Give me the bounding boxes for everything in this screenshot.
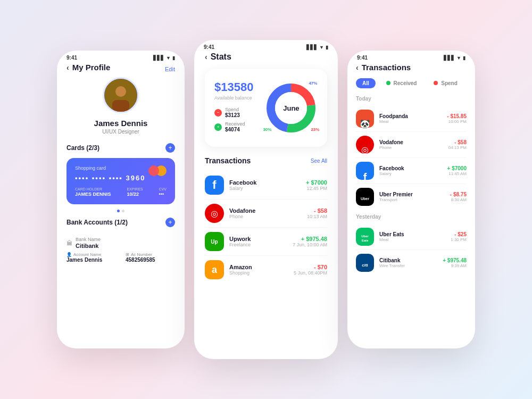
stats-title: Stats <box>211 52 231 62</box>
tx3-time: 8:30 AM <box>450 197 467 202</box>
ac-number-label: ⊞ Ac Number <box>126 252 175 257</box>
tx3-sub: Meal <box>379 119 442 124</box>
tx-icon-vodafone: ◎ <box>205 204 224 223</box>
tx3-icon-facebook: f <box>356 162 374 180</box>
status-icons-3: ▋▋▋ ▼ ▮ <box>444 55 466 61</box>
transactions-back-title[interactable]: ‹ Transactions <box>347 63 475 72</box>
spend-dot: − <box>214 109 222 117</box>
tx3-info: Facebook Salary <box>379 165 442 176</box>
tx3-info: Citibank Wire Transfer <box>379 257 437 268</box>
back-title-1[interactable]: ‹ My Profile <box>66 63 110 72</box>
filter-spend[interactable]: Spend <box>427 78 463 88</box>
tx3-amount-col: - $25 1:30 PM <box>451 231 467 242</box>
bank-name-block: Bank Name Citibank <box>76 237 101 249</box>
today-transactions: 🐼 Foodpanda Meal - $15.85 10:00 PM ◎ Vod… <box>356 106 467 210</box>
tx-time: 10:13 AM <box>307 214 327 219</box>
avatar <box>103 77 139 113</box>
card-cvv-block: CVV ••• <box>159 187 167 197</box>
tx3-amount-col: - $58 04:13 PM <box>448 139 467 150</box>
tx3-sub: Salary <box>379 171 442 176</box>
filter-all[interactable]: All <box>356 78 376 88</box>
tx-icon-facebook: f <box>205 176 224 195</box>
stats-back-title[interactable]: ‹ Stats <box>194 52 338 62</box>
tx3-name: Facebook <box>379 165 442 171</box>
bank-account: 🏛 Bank Name Citibank 👤 Account Name Jame… <box>66 232 175 267</box>
tx3-info: Vodafone Phone <box>379 139 443 150</box>
back-arrow-2[interactable]: ‹ <box>205 53 207 61</box>
tx-info: Vodafone Phone <box>229 207 302 219</box>
tx-sub: Phone <box>229 214 302 219</box>
card-holder-value: JAMES DENNIS <box>75 192 111 197</box>
tx3-item: f Facebook Salary + $7000 11:45 AM <box>356 158 467 184</box>
signal-icon-2: ▋▋▋ <box>306 45 318 50</box>
tx-sub: Freelance <box>229 242 287 247</box>
account-name-block: 👤 Account Name James Dennis <box>66 252 116 263</box>
tx-name: Facebook <box>229 179 301 186</box>
tx3-amount-col: - $15.85 10:00 PM <box>447 113 467 124</box>
spend-label: Spend <box>225 107 240 112</box>
tx3-sub: Wire Transfer <box>379 263 437 268</box>
phone-profile: 9:41 ▋▋▋ ▼ ▮ ‹ My Profile Edit James Den… <box>57 51 185 348</box>
tx-time: 7 Jun, 10:00 AM <box>293 242 327 247</box>
see-all-button[interactable]: See All <box>311 158 327 164</box>
pct-green: 30% <box>263 127 271 132</box>
yesterday-transactions: Uber Eats Uber Eats Meal - $25 1:30 PM c… <box>356 224 467 276</box>
transactions-header: Transactions See All <box>205 156 327 165</box>
card-dot-1 <box>117 210 120 212</box>
filter-received[interactable]: Received <box>380 78 423 88</box>
back-arrow-1[interactable]: ‹ <box>66 63 69 72</box>
cards-section-header: Cards (2/3) + <box>66 143 175 153</box>
profile-name: James Dennis <box>94 119 148 128</box>
bank-card[interactable]: Shopping card •••• •••• •••• 3960 CARD H… <box>66 158 175 204</box>
tx3-item: citi Citibank Wire Transfer + $975.48 9:… <box>356 250 467 276</box>
tx-amount: - $70 <box>294 264 327 270</box>
tx3-item: ◎ Vodafone Phone - $58 04:13 PM <box>356 132 467 158</box>
mc-red-circle <box>148 165 159 176</box>
tx-icon-upwork: Up <box>205 232 224 251</box>
transaction-item: a Amazon Shopping - $70 5 Jun, 08:40PM <box>205 256 327 284</box>
tx3-name: Citibank <box>379 257 437 263</box>
card-cvv-label: CVV <box>159 187 167 191</box>
tx3-amount: + $7000 <box>447 165 467 171</box>
transaction-item: Up Upwork Freelance + $975.48 7 Jun, 10:… <box>205 228 327 256</box>
received-block: Received $4074 <box>225 121 245 132</box>
tx-sub: Salary <box>229 186 301 191</box>
battery-icon-3: ▮ <box>463 55 466 61</box>
tx3-amount-col: + $975.48 9:39 AM <box>443 257 467 268</box>
status-icons-1: ▋▋▋ ▼ ▮ <box>153 55 175 61</box>
account-name-value: James Dennis <box>66 257 116 263</box>
add-card-button[interactable]: + <box>165 143 175 153</box>
transaction-item: ◎ Vodafone Phone - $58 10:13 AM <box>205 200 327 228</box>
tx-amount-col: + $7000 12:45 PM <box>306 179 327 191</box>
wifi-icon-2: ▼ <box>319 45 324 50</box>
tx3-sub: Meal <box>379 237 445 242</box>
received-label: Received <box>225 121 245 127</box>
balance-label: Available balance <box>214 95 253 101</box>
card-cvv-value: ••• <box>159 192 167 197</box>
today-label: Today <box>356 96 467 102</box>
tx3-amount-col: + $7000 11:45 AM <box>447 165 467 176</box>
transactions-page-title: Transactions <box>362 63 411 72</box>
spend-block: Spend $3123 <box>225 107 240 118</box>
tx3-amount-col: - $8.75 8:30 AM <box>450 192 467 202</box>
tx3-name: Vodafone <box>379 139 443 145</box>
status-bar-3: 9:41 ▋▋▋ ▼ ▮ <box>347 51 475 63</box>
add-bank-button[interactable]: + <box>165 218 175 227</box>
card-expires-label: EXPIRES <box>127 187 143 191</box>
tx3-amount: - $8.75 <box>450 192 467 197</box>
edit-button[interactable]: Edit <box>165 66 175 72</box>
tx3-amount: - $58 <box>448 139 467 145</box>
card-top: Shopping card <box>75 165 167 174</box>
tx-info: Facebook Salary <box>229 179 301 191</box>
balance-amount: $13580 <box>214 80 253 94</box>
status-time-2: 9:41 <box>204 44 214 50</box>
back-arrow-3[interactable]: ‹ <box>356 63 359 72</box>
tx3-item: 🐼 Foodpanda Meal - $15.85 10:00 PM <box>356 106 467 132</box>
card-holder-block: CARD HOLDER JAMES DENNIS <box>75 187 111 197</box>
tx-amount-col: + $975.48 7 Jun, 10:00 AM <box>293 236 327 247</box>
bank-name-value: Citibank <box>76 243 101 249</box>
phone3-content: All Received Spend Today 🐼 Foodpanda Mea… <box>347 78 475 276</box>
phone-stats: 9:41 ▋▋▋ ▼ ▮ ‹ Stats $13580 Available ba… <box>194 40 338 359</box>
svg-point-1 <box>115 86 126 97</box>
tx3-name: Uber Premier <box>379 192 445 197</box>
